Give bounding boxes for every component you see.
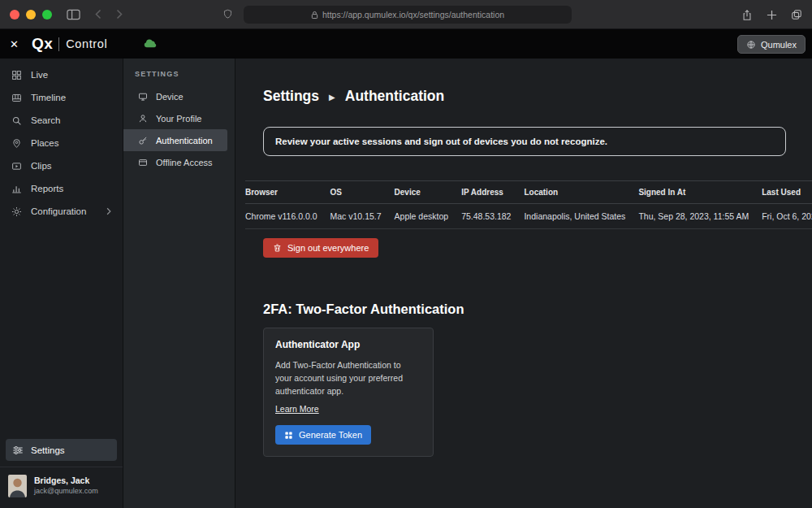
sign-out-everywhere-button[interactable]: Sign out everywhere [263,238,378,258]
qumulex-org-button[interactable]: Qumulex [737,35,806,54]
cell-os: Mac v10.15.7 [330,204,395,229]
generate-token-button[interactable]: Generate Token [275,425,371,445]
url-text: https://app.qumulex.io/qx/settings/authe… [322,10,504,20]
logo-divider [58,37,59,51]
key-icon [138,136,149,145]
sidebar-item-clips[interactable]: Clips [0,154,123,177]
cell-last-used: Fri, Oct 6, 2023, 11:22 AM [762,204,812,229]
settings-nav: SETTINGS Device Your Profile Authenticat… [123,59,235,508]
settings-nav-item-offline-access[interactable]: Offline Access [123,151,227,173]
sidebar-item-configuration[interactable]: Configuration [0,200,123,223]
card-title: Authenticator App [275,339,421,350]
zoom-window-button[interactable] [42,10,52,20]
token-grid-icon [284,431,293,440]
map-pin-icon [11,138,23,149]
monitor-icon [138,92,149,102]
browser-chrome: https://app.qumulex.io/qx/settings/authe… [0,0,812,29]
close-window-button[interactable] [10,10,19,20]
settings-nav-item-device[interactable]: Device [123,85,227,107]
sidebar-item-reports[interactable]: Reports [0,177,123,200]
user-profile-block[interactable]: Bridges, Jack jack@qumulex.com [0,467,123,508]
col-header-ip-address: IP Address [461,181,524,204]
cell-browser: Chrome v116.0.0.0 [245,204,330,229]
url-field[interactable]: https://app.qumulex.io/qx/settings/authe… [244,6,572,24]
qumulex-logo-icon [746,40,756,50]
control-wordmark: Control [66,37,107,50]
trash-icon [273,243,282,253]
sidebar-item-settings[interactable]: Settings [6,439,117,461]
card-icon [138,158,149,167]
col-header-os: OS [330,181,395,204]
cell-location: Indianapolis, United States [524,204,638,229]
cloud-status-icon [143,39,158,50]
breadcrumb-arrow-icon: ▶ [329,91,335,102]
breadcrumb: Settings ▶ Authentication [263,88,812,105]
twofa-heading: 2FA: Two-Factor Authentication [263,302,812,317]
back-button[interactable] [95,9,102,20]
window-controls [10,10,52,20]
settings-nav-item-your-profile[interactable]: Your Profile [123,107,227,129]
qx-logo: Qx [32,35,53,53]
cell-device: Apple desktop [395,204,462,229]
cell-ip-address: 75.48.53.182 [461,204,524,229]
sliders-icon [12,445,24,456]
user-email: jack@qumulex.com [34,487,98,497]
timeline-icon [11,93,23,103]
main-sidebar: Live Timeline Search Places [0,59,123,508]
col-header-device: Device [395,181,462,204]
chrome-toolbar-right [741,0,802,29]
card-body: Add Two-Factor Authentication to your ac… [275,359,418,397]
clip-icon [11,161,23,172]
info-banner: Review your active sessions and sign out… [263,127,786,156]
forward-button[interactable] [116,9,123,20]
cell-signed-in-at: Thu, Sep 28, 2023, 11:55 AM [638,204,762,229]
learn-more-link[interactable]: Learn More [275,404,319,414]
main-content: Settings ▶ Authentication Review your ac… [235,59,812,508]
settings-nav-title: SETTINGS [123,65,235,85]
sidebar-item-search[interactable]: Search [0,109,123,132]
user-name: Bridges, Jack [34,475,98,487]
col-header-browser: Browser [245,181,330,204]
sidebar-item-timeline[interactable]: Timeline [0,86,123,109]
avatar [8,475,27,497]
content-blocker-shield-icon[interactable] [222,8,233,20]
gear-icon [11,206,23,217]
sidebar-toggle-icon[interactable] [67,9,80,20]
close-app-icon[interactable]: ✕ [10,38,19,50]
col-header-signed-in-at: Signed In At [638,181,762,204]
grid-icon [11,70,23,80]
minimize-window-button[interactable] [26,10,36,20]
person-icon [138,114,149,124]
sessions-table: Browser OS Device IP Address Location Si… [245,180,812,229]
browser-window: https://app.qumulex.io/qx/settings/authe… [0,0,812,508]
chevron-right-icon [106,207,111,215]
session-row: Chrome v116.0.0.0 Mac v10.15.7 Apple des… [245,204,812,229]
col-header-last-used: Last Used [762,181,812,204]
breadcrumb-current: Authentication [345,88,445,105]
tab-overview-icon[interactable] [791,9,802,20]
sidebar-item-places[interactable]: Places [0,132,123,154]
breadcrumb-settings[interactable]: Settings [263,88,319,105]
share-icon[interactable] [741,9,753,21]
app-header: ✕ Qx Control Qumulex [0,29,812,59]
new-tab-icon[interactable] [767,10,777,20]
search-icon [11,115,23,126]
bar-chart-icon [11,184,23,194]
authenticator-app-card: Authenticator App Add Two-Factor Authent… [263,328,434,457]
settings-nav-item-authentication[interactable]: Authentication [123,129,227,151]
lock-icon [311,11,318,20]
col-header-location: Location [524,181,638,204]
sessions-table-header-row: Browser OS Device IP Address Location Si… [245,181,812,204]
sidebar-item-live[interactable]: Live [0,63,123,86]
